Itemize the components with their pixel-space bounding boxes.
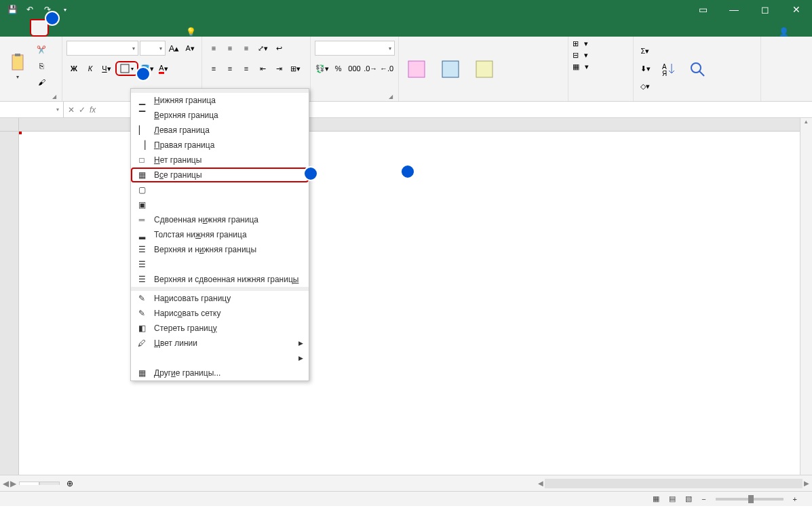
increase-indent-icon[interactable]: ⇥ — [271, 61, 286, 76]
ribbon-options-icon[interactable]: ▭ — [687, 0, 718, 19]
border-thickbottom-item[interactable]: ▂Толстая нижняя граница — [131, 227, 309, 242]
border-dblbottom-item[interactable]: ═Сдвоенная нижняя граница — [131, 212, 309, 227]
tab-home[interactable] — [30, 19, 49, 37]
italic-button[interactable]: К — [83, 61, 98, 76]
border-topdblbottom-item[interactable]: ☰Верхняя и сдвоенная нижняя границы — [131, 272, 309, 287]
align-center-icon[interactable]: ≡ — [223, 61, 237, 76]
decrease-font-icon[interactable]: A▾ — [182, 41, 197, 56]
align-middle-icon[interactable]: ≡ — [223, 41, 237, 56]
format-as-table-button[interactable] — [437, 58, 464, 80]
sheet-tab-1[interactable] — [19, 482, 39, 485]
save-icon[interactable]: 💾 — [4, 1, 20, 18]
tab-view[interactable] — [133, 19, 149, 37]
align-left-icon[interactable]: ≡ — [206, 61, 221, 76]
sort-filter-button[interactable]: AЯ — [657, 60, 681, 79]
align-bottom-icon[interactable]: ≡ — [239, 41, 254, 56]
decrease-indent-icon[interactable]: ⇤ — [255, 61, 270, 76]
decrease-decimal-icon[interactable]: ←.0 — [379, 61, 394, 76]
percent-icon[interactable]: % — [331, 61, 346, 76]
copy-icon[interactable]: ⎘ — [34, 58, 49, 73]
paste-button[interactable]: ▾ — [4, 51, 31, 81]
currency-icon[interactable]: 💱▾ — [315, 61, 330, 76]
increase-font-icon[interactable]: A▴ — [167, 41, 182, 56]
number-group-label — [315, 94, 387, 101]
insert-cells-icon[interactable]: ⊞ — [573, 39, 579, 48]
tell-me-search[interactable]: 💡 — [186, 27, 199, 37]
font-size-combo[interactable]: ▾ — [140, 41, 166, 56]
border-right-item[interactable]: ▕Правая граница — [131, 138, 309, 153]
tab-formulas[interactable] — [84, 19, 100, 37]
undo-icon[interactable]: ↶ — [22, 1, 38, 18]
view-normal-icon[interactable]: ▦ — [653, 494, 659, 503]
font-color-button[interactable]: A▾ — [156, 61, 171, 76]
border-all-item[interactable]: ▦Все границы — [131, 168, 309, 182]
minimize-icon[interactable]: ― — [718, 0, 750, 19]
border-outside-item[interactable]: ▢ — [131, 182, 309, 197]
merge-icon[interactable]: ⊞▾ — [288, 61, 303, 76]
erase-border-item[interactable]: ◧Стереть границу — [131, 321, 309, 336]
bold-button[interactable]: Ж — [66, 61, 81, 76]
align-right-icon[interactable]: ≡ — [239, 61, 254, 76]
tab-page-layout[interactable] — [68, 19, 84, 37]
number-launcher-icon[interactable]: ◢ — [387, 94, 394, 101]
new-sheet-icon[interactable]: ⊕ — [60, 477, 80, 490]
window-controls: ▭ ― ◻ ✕ — [687, 0, 812, 19]
border-top-item[interactable]: ▔Верхняя граница — [131, 108, 309, 123]
border-bottom-item[interactable]: ▁Нижняя граница — [131, 93, 309, 108]
border-none-item[interactable]: □Нет границы — [131, 153, 309, 168]
align-top-icon[interactable]: ≡ — [206, 41, 221, 56]
name-box[interactable]: ▾ — [0, 102, 64, 117]
wrap-text-icon[interactable]: ↩ — [271, 41, 286, 56]
cut-icon[interactable]: ✂️ — [34, 42, 49, 57]
autosum-icon[interactable]: Σ▾ — [638, 44, 653, 59]
view-pagebreak-icon[interactable]: ▧ — [685, 494, 692, 503]
increase-decimal-icon[interactable]: .0→ — [363, 61, 378, 76]
close-icon[interactable]: ✕ — [781, 0, 812, 19]
border-left-item[interactable]: ▏Левая граница — [131, 123, 309, 138]
comma-icon[interactable]: 000 — [347, 61, 362, 76]
nav-prev-icon[interactable]: ◀ — [3, 479, 9, 488]
draw-grid-item[interactable]: ✎Нарисовать сетку — [131, 306, 309, 321]
font-name-combo[interactable]: ▾ — [66, 41, 138, 56]
border-topbottom-item[interactable]: ☰Верхняя и нижняя границы — [131, 242, 309, 257]
nav-next-icon[interactable]: ▶ — [10, 479, 16, 488]
fill-icon[interactable]: ⬇▾ — [638, 62, 653, 77]
select-all-corner[interactable] — [0, 118, 19, 132]
border-thick-item[interactable]: ▣ — [131, 197, 309, 212]
format-cells-icon[interactable]: ▦ — [573, 62, 579, 71]
border-topthickbottom-item[interactable]: ☰ — [131, 257, 309, 272]
more-borders-item[interactable]: ▦Другие границы... — [131, 366, 309, 380]
line-style-item[interactable]: ▶ — [131, 351, 309, 366]
zoom-slider[interactable] — [716, 498, 784, 501]
clear-icon[interactable]: ◇▾ — [638, 79, 653, 94]
vertical-scrollbar[interactable]: ▴ — [800, 118, 812, 475]
zoom-out-icon[interactable]: − — [701, 495, 705, 503]
tab-data[interactable] — [100, 19, 117, 37]
sheet-tab-2[interactable] — [39, 482, 60, 485]
format-painter-icon[interactable]: 🖌 — [34, 75, 49, 90]
fx-icon[interactable]: fx — [90, 105, 96, 115]
draw-border-item[interactable]: ✎Нарисовать границу — [131, 291, 309, 306]
orientation-icon[interactable]: ⤢▾ — [255, 41, 270, 56]
qat-customize-icon[interactable]: ▾ — [57, 1, 73, 18]
maximize-icon[interactable]: ◻ — [750, 0, 781, 19]
tab-review[interactable] — [117, 19, 133, 37]
share-button[interactable]: 👤 — [779, 27, 812, 37]
horizontal-scrollbar[interactable]: ◀ ▶ — [80, 479, 812, 488]
cell-styles-button[interactable] — [471, 58, 498, 80]
cancel-fx-icon[interactable]: ✕ — [68, 105, 75, 115]
line-color-item[interactable]: 🖊Цвет линии▶ — [131, 336, 309, 351]
borders-split-button[interactable]: ▾ — [115, 61, 138, 76]
delete-cells-icon[interactable]: ⊟ — [573, 51, 579, 60]
view-layout-icon[interactable]: ▤ — [669, 494, 676, 503]
tab-developer[interactable] — [149, 19, 166, 37]
clipboard-launcher-icon[interactable]: ◢ — [51, 94, 58, 101]
zoom-in-icon[interactable]: + — [793, 495, 797, 503]
conditional-formatting-button[interactable] — [403, 58, 430, 80]
sheet-nav[interactable]: ◀▶ — [0, 479, 19, 488]
tab-file[interactable] — [11, 19, 27, 37]
number-format-combo[interactable]: ▾ — [315, 41, 395, 56]
enter-fx-icon[interactable]: ✓ — [79, 105, 85, 115]
underline-button[interactable]: Ч▾ — [99, 61, 114, 76]
find-select-button[interactable] — [685, 60, 710, 79]
